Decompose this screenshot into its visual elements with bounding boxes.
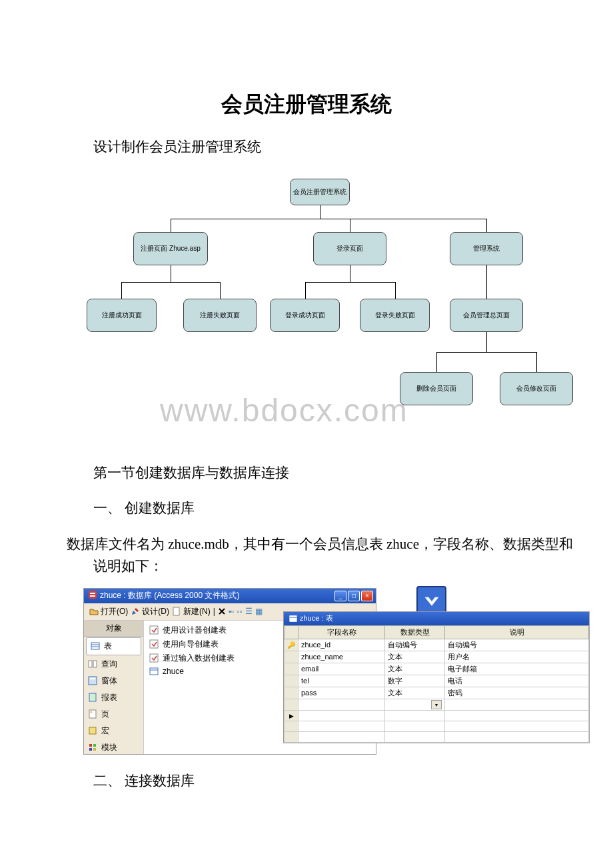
table-row[interactable] (285, 721, 589, 732)
section-1-title: 第一节创建数据库与数据库连接 (93, 462, 573, 485)
svg-rect-16 (93, 744, 96, 747)
sidebar-item-form[interactable]: 窗体 (84, 673, 143, 689)
svg-rect-18 (93, 748, 96, 751)
sidebar-label: 表 (104, 641, 112, 652)
sidebar-item-module[interactable]: 模块 (84, 739, 143, 756)
page-title: 会员注册管理系统 (0, 90, 613, 119)
sidebar-item-macro[interactable]: 宏 (84, 723, 143, 739)
sidebar-label: 页 (101, 709, 109, 720)
svg-rect-22 (150, 668, 158, 675)
app-icon (88, 590, 97, 601)
col-datatype: 数据类型 (385, 625, 445, 639)
svg-rect-14 (89, 727, 96, 734)
field-definition-table: 字段名称 数据类型 说明 🔑 zhuce_id 自动编号 自动编号 zhuce_… (284, 625, 589, 743)
table-row[interactable] (285, 732, 589, 743)
node-member-admin: 会员管理总页面 (450, 299, 523, 332)
sidebar-item-report[interactable]: 报表 (84, 689, 143, 706)
node-admin-system: 管理系统 (450, 232, 523, 265)
query-icon (88, 659, 97, 669)
sidebar-item-page[interactable]: 页 (84, 706, 143, 723)
intro-paragraph: 设计制作会员注册管理系统 (93, 136, 573, 159)
module-icon (88, 743, 97, 752)
toolbar-view4-icon[interactable]: ▦ (255, 607, 263, 616)
toolbar-new[interactable]: 新建(N) (172, 606, 211, 617)
node-login-page: 登录页面 (313, 232, 386, 265)
toolbar-sep: | (213, 607, 215, 616)
node-login-fail: 登录失败页面 (360, 299, 430, 332)
sidebar-item-query[interactable]: 查询 (84, 656, 143, 673)
node-delete-member: 删除会员页面 (400, 372, 473, 405)
svg-rect-21 (150, 654, 158, 662)
primary-key-icon: 🔑 (287, 641, 295, 649)
table-row[interactable]: email 文本 电子邮箱 (285, 663, 589, 675)
svg-rect-0 (89, 591, 97, 599)
page-icon (88, 709, 97, 719)
section-1-2: 二、 连接数据库 (93, 770, 573, 793)
design-icon (131, 607, 140, 616)
sidebar-item-table[interactable]: 表 (86, 637, 141, 655)
maximize-button[interactable]: □ (348, 591, 360, 601)
toolbar-view1-icon[interactable]: ▪▫ (229, 607, 235, 616)
sidebar-label: 模块 (101, 742, 117, 753)
svg-rect-17 (89, 748, 92, 751)
table-row[interactable]: ▶ (285, 711, 589, 721)
col-description: 说明 (445, 625, 589, 639)
access-screenshots: zhuce : 数据库 (Access 2000 文件格式) _ □ × 打开(… (83, 588, 590, 758)
svg-rect-10 (90, 678, 95, 679)
node-register-success: 注册成功页面 (87, 299, 157, 332)
sidebar-header: 对象 (84, 621, 143, 637)
toolbar-view2-icon[interactable]: ▫▫ (237, 607, 243, 616)
list-label: 使用设计器创建表 (163, 625, 227, 636)
section-1-1: 一、 创建数据库 (93, 497, 573, 520)
svg-rect-2 (90, 595, 95, 597)
svg-rect-20 (150, 640, 158, 648)
macro-icon (88, 726, 97, 735)
table-row[interactable]: ▾ (285, 699, 589, 711)
svg-rect-7 (89, 661, 92, 667)
dropdown-icon[interactable]: ▾ (431, 700, 442, 709)
svg-rect-4 (91, 643, 99, 649)
svg-rect-11 (89, 693, 96, 701)
toolbar-design[interactable]: 设计(D) (131, 606, 169, 617)
report-icon (88, 693, 97, 702)
wizard-icon (149, 625, 159, 635)
svg-rect-15 (89, 744, 92, 747)
new-icon (172, 607, 181, 616)
list-label: 使用向导创建表 (163, 639, 219, 650)
minimize-button[interactable]: _ (334, 591, 346, 601)
svg-rect-1 (90, 593, 95, 594)
sidebar-label: 报表 (101, 692, 117, 703)
watermark: www.bdocx.com (160, 392, 408, 429)
org-chart-diagram: www.bdocx.com 会员注册管理系统 注册页面 Zhuce.asp 登录… (67, 179, 586, 445)
node-register-fail: 注册失败页面 (183, 299, 257, 332)
node-login-success: 登录成功页面 (270, 299, 340, 332)
svg-rect-9 (89, 677, 97, 685)
sidebar-label: 查询 (101, 659, 117, 670)
table-row[interactable]: tel 数字 电话 (285, 675, 589, 687)
db-window-title: zhuce : 数据库 (Access 2000 文件格式) (100, 590, 239, 601)
toolbar-view3-icon[interactable]: ☰ (245, 607, 253, 616)
table-row[interactable]: 🔑 zhuce_id 自动编号 自动编号 (285, 639, 589, 651)
toolbar-open[interactable]: 打开(O) (89, 606, 128, 617)
db-object-sidebar: 对象 表 查询 窗体 报表 (84, 621, 144, 754)
table-window-title: zhuce : 表 (289, 613, 333, 623)
node-register-page: 注册页面 Zhuce.asp (133, 232, 208, 265)
svg-rect-19 (150, 626, 158, 634)
wizard-icon (149, 653, 159, 663)
open-icon (89, 607, 99, 616)
table-icon (149, 667, 159, 676)
svg-rect-8 (93, 661, 97, 667)
table-row[interactable]: pass 文本 密码 (285, 687, 589, 699)
svg-rect-24 (290, 616, 297, 622)
svg-rect-12 (89, 710, 96, 718)
table-icon (91, 641, 100, 651)
toolbar-delete-icon[interactable] (218, 607, 226, 615)
wizard-icon (149, 639, 159, 649)
form-icon (88, 676, 97, 685)
node-edit-member: 会员修改页面 (500, 372, 573, 405)
col-fieldname: 字段名称 (299, 625, 385, 639)
list-label: zhuce (163, 667, 184, 676)
close-button[interactable]: × (361, 591, 373, 601)
table-row[interactable]: zhuce_name 文本 用户名 (285, 651, 589, 663)
node-root: 会员注册管理系统 (290, 179, 350, 205)
